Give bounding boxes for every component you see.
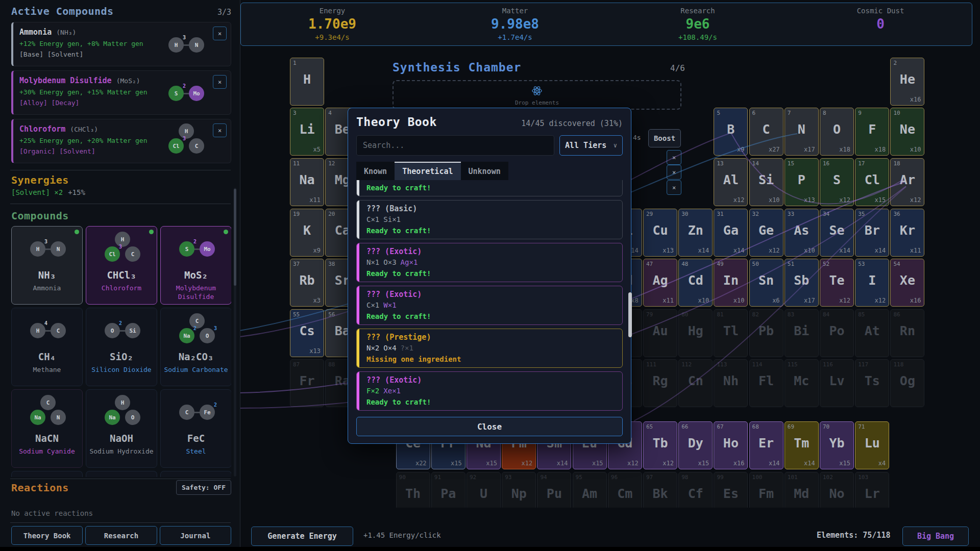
element-tile-p[interactable]: 15Px13	[785, 158, 819, 206]
element-tile-sn[interactable]: 50Snx6	[749, 259, 783, 307]
atomic-number: 68	[752, 423, 759, 430]
element-tile-cl[interactable]: 17Clx15	[855, 158, 889, 206]
slot-close-button[interactable]: ×	[667, 165, 681, 180]
slot-close-button[interactable]: ×	[667, 150, 681, 165]
element-symbol: Hg	[679, 323, 712, 338]
compound-tile-nh₃[interactable]: H3NNH₃Ammonia	[11, 226, 83, 305]
element-tile-na[interactable]: 11Nax11	[290, 158, 324, 206]
recipe-entry[interactable]: Ready to craft!	[356, 180, 623, 196]
atomic-number: 51	[788, 261, 794, 267]
recipe-entry[interactable]: ??? (Exotic)F×2Xe×1Ready to craft!	[356, 371, 623, 411]
element-tile-se[interactable]: 34Sex14	[820, 209, 854, 257]
scrollbar-thumb[interactable]	[234, 189, 236, 286]
element-tile-b[interactable]: 5Bx9	[714, 108, 748, 156]
compound-tile-naoh[interactable]: HNaONaOHSodium Hydroxide	[86, 389, 157, 468]
compound-tile-ch₄[interactable]: H4CCH₄Methane	[11, 308, 83, 386]
element-drop-zone[interactable]: Drop elements	[393, 80, 681, 110]
safety-toggle[interactable]: Safety: OFF	[176, 480, 231, 495]
tier-filter-dropdown[interactable]: All Tiers ∨	[559, 135, 623, 156]
element-tile-ge[interactable]: 32Gex12	[749, 209, 783, 257]
element-tile-n[interactable]: 7Nx17	[785, 108, 819, 156]
element-symbol: Tm	[785, 436, 818, 450]
boost-button[interactable]: Boost	[648, 129, 681, 147]
research-button[interactable]: Research	[85, 526, 157, 545]
element-symbol: Ts	[855, 373, 889, 388]
recipe-entry[interactable]: ??? (Prestige)N×2O×4?×1Missing one ingre…	[356, 329, 623, 368]
element-symbol: Fl	[750, 373, 783, 388]
element-tile-zn[interactable]: 30Znx14	[678, 209, 713, 257]
element-multiplier: x16	[910, 297, 921, 304]
journal-button[interactable]: Journal	[160, 526, 231, 545]
atomic-number: 93	[505, 474, 511, 481]
element-tile-in[interactable]: 49Inx10	[714, 259, 748, 307]
big-bang-button[interactable]: Big Bang	[902, 527, 969, 546]
element-symbol: Cl	[855, 172, 889, 187]
element-tile-f[interactable]: 9Fx18	[855, 108, 889, 156]
modal-scrollbar-thumb[interactable]	[628, 292, 632, 337]
tab-known[interactable]: Known	[356, 162, 395, 180]
element-tile-ag[interactable]: 47Agx11	[643, 259, 677, 307]
element-tile-k[interactable]: 19Kx9	[290, 209, 324, 257]
element-tile-te[interactable]: 52Tex12	[820, 259, 854, 307]
element-tile-h[interactable]: 1H	[290, 58, 324, 106]
atomic-number: 8	[823, 110, 826, 116]
tile-formula: CH₄	[12, 351, 82, 362]
element-tile-er[interactable]: 68Erx14	[749, 421, 783, 469]
element-tile-he[interactable]: 2Hex16	[890, 58, 924, 106]
element-tile-ga[interactable]: 31Gax14	[714, 209, 748, 257]
element-tile-xe[interactable]: 54Xex16	[890, 259, 924, 307]
compound-tile-chcl₃[interactable]: HCl3CCHCl₃Chloroform	[86, 226, 157, 305]
element-tile-rb[interactable]: 37Rbx3	[290, 259, 324, 307]
element-tile-s[interactable]: 16Sx12	[820, 158, 854, 206]
element-tile-dy[interactable]: 66Dyx15	[678, 421, 713, 469]
element-tile-lu[interactable]: 71Lux4	[855, 421, 889, 469]
tab-theoretical[interactable]: Theoretical	[395, 162, 460, 180]
compound-tile-fec[interactable]: CFe2FeCSteel	[160, 389, 231, 468]
element-tile-ne[interactable]: 10Nex10	[890, 108, 924, 156]
recipe-ingredients	[366, 180, 616, 181]
element-tile-ar[interactable]: 18Arx12	[890, 158, 924, 206]
compound-tile-na₂co₃[interactable]: CNa2O3Na₂CO₃Sodium Carbonate	[160, 308, 231, 386]
element-symbol: Rb	[290, 273, 324, 288]
element-tile-cs[interactable]: 55Csx13	[290, 309, 324, 357]
element-symbol: U	[467, 486, 500, 501]
compound-tile-sio₂[interactable]: O2SiSiO₂Silicon Dioxide	[86, 308, 157, 386]
element-tile-i[interactable]: 53Ix12	[855, 259, 889, 307]
element-tile-tm[interactable]: 69Tmx14	[785, 421, 819, 469]
element-tile-kr[interactable]: 36Krx11	[890, 209, 924, 257]
active-indicator-dot	[224, 230, 228, 234]
compound-name: Chloroform	[19, 124, 70, 134]
recipe-entry[interactable]: ??? (Exotic)N×1O×3Ag×1Ready to craft!	[356, 243, 623, 282]
remove-compound-button[interactable]: ×	[213, 75, 227, 89]
element-tile-br[interactable]: 35Brx14	[855, 209, 889, 257]
generate-energy-button[interactable]: Generate Energy	[251, 527, 353, 546]
compound-tile-nacn[interactable]: CNaNNaCNSodium Cyanide	[11, 389, 83, 468]
atomic-number: 36	[893, 211, 900, 217]
element-tile-cd[interactable]: 48Cdx10	[678, 259, 713, 307]
recipe-entry[interactable]: ??? (Exotic)C×1W×1Ready to craft!	[356, 286, 623, 325]
slot-close-button[interactable]: ×	[667, 180, 681, 195]
element-tile-po: 84Po	[820, 309, 854, 357]
element-tile-o[interactable]: 8Ox18	[820, 108, 854, 156]
element-tile-as[interactable]: 33Asx10	[785, 209, 819, 257]
remove-compound-button[interactable]: ×	[213, 123, 227, 137]
element-tile-yb[interactable]: 70Ybx15	[820, 421, 854, 469]
search-input[interactable]	[356, 135, 554, 156]
remove-compound-button[interactable]: ×	[213, 27, 227, 40]
recipe-entry[interactable]: ??? (Basic)C×1Si×1Ready to craft!	[356, 200, 623, 239]
element-tile-al[interactable]: 13Alx12	[714, 158, 748, 206]
screen-edge	[0, 547, 980, 551]
element-tile-ho[interactable]: 67Hox16	[714, 421, 748, 469]
element-tile-c[interactable]: 6Cx27	[749, 108, 783, 156]
tab-unknown[interactable]: Unknown	[461, 162, 508, 180]
element-tile-sb[interactable]: 51Sbx17	[785, 259, 819, 307]
molecule-icon: HCl3C	[166, 123, 205, 154]
element-tile-li[interactable]: 3Lix5	[290, 108, 324, 156]
close-button[interactable]: Close	[356, 417, 623, 436]
sidebar-scrollbar[interactable]	[234, 188, 236, 477]
compound-tile-mos₂[interactable]: S2MoMoS₂Molybdenum Disulfide	[160, 226, 231, 305]
element-tile-cu[interactable]: 29Cux13	[643, 209, 677, 257]
element-tile-si[interactable]: 14Six10	[749, 158, 783, 206]
element-tile-tb[interactable]: 65Tbx12	[643, 421, 677, 469]
theory-book-button[interactable]: Theory Book	[11, 526, 83, 545]
